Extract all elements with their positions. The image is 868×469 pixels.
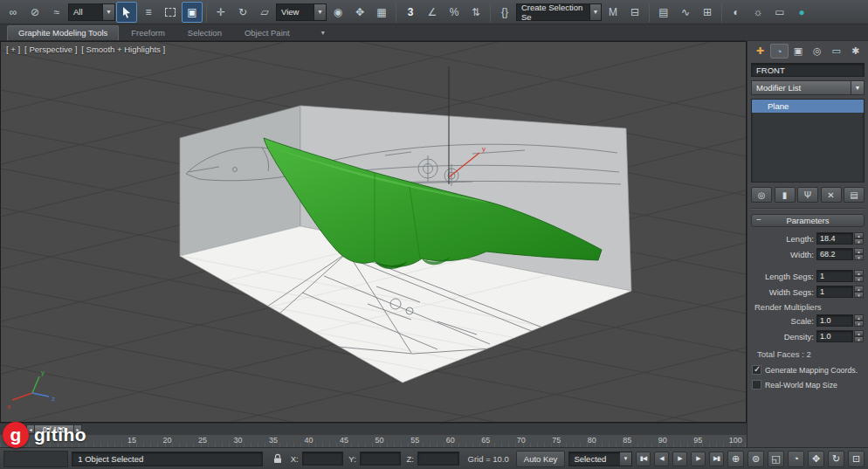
viewport-menu-pov[interactable]: [ Perspective ] <box>24 45 77 54</box>
use-pivot-center-icon[interactable]: ◉ <box>327 2 348 23</box>
render-setup-icon[interactable]: ☼ <box>747 2 768 23</box>
width-segs-field[interactable]: 1 <box>816 286 853 298</box>
select-and-move-icon[interactable]: ✛ <box>210 2 231 23</box>
scale-field[interactable]: 1.0 <box>816 314 853 327</box>
create-tab-icon[interactable]: ✚ <box>751 44 769 59</box>
x-coordinate-field[interactable] <box>302 452 344 466</box>
rendered-frame-window-icon[interactable]: ▭ <box>769 2 790 23</box>
align-icon[interactable]: ⊟ <box>624 2 645 23</box>
viewport-menu-shading[interactable]: [ Smooth + Highlights ] <box>81 45 165 54</box>
schematic-view-icon[interactable]: ⊞ <box>697 2 718 23</box>
select-object-button[interactable] <box>116 2 137 23</box>
tick-label: 30 <box>234 436 243 445</box>
track-bar[interactable]: 15 20 25 30 35 40 45 50 55 60 65 70 75 8… <box>0 434 747 447</box>
stack-item-plane[interactable]: Plane <box>752 100 864 113</box>
percent-snap-icon[interactable]: % <box>444 2 465 23</box>
pin-stack-icon[interactable]: ◎ <box>751 187 772 203</box>
maxscript-mini-listener[interactable] <box>3 451 68 467</box>
previous-frame-icon[interactable]: ◀ <box>654 452 669 466</box>
generate-mapping-coords-checkbox[interactable] <box>752 365 761 375</box>
configure-modifier-sets-icon[interactable]: ▤ <box>844 187 865 203</box>
select-and-link-icon[interactable]: ∞ <box>3 2 24 23</box>
make-unique-icon[interactable]: Ψ <box>797 187 818 203</box>
width-segs-spinner[interactable]: ▴▾ <box>854 286 864 298</box>
edit-named-selection-sets-icon[interactable]: {} <box>494 2 515 23</box>
chevron-down-icon[interactable]: ▼ <box>313 4 326 20</box>
select-and-manipulate-icon[interactable]: ✥ <box>349 2 370 23</box>
y-coordinate-field[interactable] <box>360 452 402 466</box>
layer-manager-icon[interactable]: ▤ <box>653 2 674 23</box>
show-end-result-icon[interactable]: ▮ <box>775 187 796 203</box>
unlink-selection-icon[interactable]: ⊘ <box>24 2 45 23</box>
select-and-rotate-icon[interactable]: ↻ <box>232 2 253 23</box>
zoom-all-icon[interactable]: ⊜ <box>747 451 764 467</box>
ribbon-minimize-icon[interactable]: ▾ <box>314 27 332 40</box>
selection-filter-dropdown[interactable]: All ▼ <box>68 3 115 21</box>
parameters-rollout-header[interactable]: − Parameters <box>751 214 865 227</box>
select-by-name-icon[interactable]: ≡ <box>138 2 159 23</box>
next-frame-icon[interactable]: ▶ <box>691 452 706 466</box>
chevron-down-icon[interactable]: ▼ <box>620 452 631 466</box>
angle-snap-icon[interactable]: ∠ <box>422 2 443 23</box>
viewport-canvas[interactable]: y x y z <box>1 42 746 422</box>
density-field[interactable]: 1.0 <box>816 330 853 342</box>
snaps-toggle-icon[interactable]: 3 <box>400 2 421 23</box>
svg-text:y: y <box>482 145 486 153</box>
utilities-tab-icon[interactable]: ✱ <box>846 44 865 59</box>
render-production-icon[interactable]: ● <box>791 2 812 23</box>
key-filter-dropdown[interactable]: Selected ▼ <box>568 452 632 466</box>
remove-modifier-icon[interactable]: ✕ <box>821 187 842 203</box>
window-crossing-toggle-icon[interactable]: ▣ <box>182 2 203 23</box>
tab-freeform[interactable]: Freeform <box>121 26 176 40</box>
keyboard-override-icon[interactable]: ▦ <box>371 2 392 23</box>
spinner-snap-icon[interactable]: ⇅ <box>465 2 486 23</box>
length-spinner[interactable]: ▴▾ <box>854 232 864 245</box>
field-of-view-icon[interactable]: ◔ <box>788 451 804 467</box>
selection-lock-icon[interactable] <box>270 451 285 466</box>
perspective-viewport[interactable]: [ + ] [ Perspective ] [ Smooth + Highlig… <box>0 41 747 423</box>
bind-to-space-warp-icon[interactable]: ≈ <box>46 2 67 23</box>
length-segs-spinner[interactable]: ▴▾ <box>854 270 864 282</box>
hierarchy-tab-icon[interactable]: ▣ <box>789 44 808 59</box>
named-selection-set-dropdown[interactable]: Create Selection Se ▼ <box>516 3 602 21</box>
modifier-stack[interactable]: Plane <box>751 99 865 183</box>
curve-editor-icon[interactable]: ∿ <box>675 2 696 23</box>
chevron-down-icon[interactable]: ▼ <box>851 81 864 94</box>
chevron-down-icon[interactable]: ▼ <box>102 4 114 20</box>
play-animation-icon[interactable]: ▶ <box>672 452 687 466</box>
z-coordinate-field[interactable] <box>417 452 459 466</box>
object-name-field[interactable]: FRONT <box>751 63 865 77</box>
material-editor-icon[interactable]: ◐ <box>726 2 747 23</box>
width-field[interactable]: 68.2 <box>816 248 853 260</box>
reference-coordinate-dropdown[interactable]: View ▼ <box>276 3 327 21</box>
tab-selection[interactable]: Selection <box>177 26 232 40</box>
auto-key-button[interactable]: Auto Key <box>516 451 566 467</box>
chevron-down-icon[interactable]: ▼ <box>589 4 601 20</box>
width-spinner[interactable]: ▴▾ <box>854 248 864 260</box>
mirror-icon[interactable]: M <box>603 2 623 23</box>
tab-graphite-modeling-tools[interactable]: Graphite Modeling Tools <box>7 25 119 40</box>
main-toolbar: ∞ ⊘ ≈ All ▼ ≡ ▣ ✛ ↻ ▱ View ▼ ◉ ✥ ▦ 3 ∠ %… <box>0 0 868 24</box>
length-segs-field[interactable]: 1 <box>816 270 853 282</box>
go-to-end-icon[interactable]: ▶▮ <box>709 452 724 466</box>
maximize-viewport-icon[interactable]: ⊡ <box>848 451 865 467</box>
orbit-icon[interactable]: ↻ <box>828 451 844 467</box>
zoom-icon[interactable]: ⊕ <box>727 451 744 467</box>
display-tab-icon[interactable]: ▭ <box>827 44 845 59</box>
pan-icon[interactable]: ✥ <box>808 451 824 467</box>
time-slider-track[interactable]: ◂ 0 / 100 ▸ <box>0 423 747 434</box>
select-and-scale-icon[interactable]: ▱ <box>254 2 275 23</box>
scale-spinner[interactable]: ▴▾ <box>854 314 864 327</box>
real-world-map-size-checkbox[interactable] <box>752 380 761 390</box>
motion-tab-icon[interactable]: ◎ <box>808 44 826 59</box>
modify-tab-icon[interactable]: ◔ <box>770 44 789 59</box>
go-to-start-icon[interactable]: ▮◀ <box>636 452 651 466</box>
density-spinner[interactable]: ▴▾ <box>854 330 864 342</box>
rectangular-selection-region-icon[interactable] <box>160 2 181 23</box>
command-panel-tabs: ✚ ◔ ▣ ◎ ▭ ✱ <box>750 43 865 61</box>
modifier-list-dropdown[interactable]: Modifier List ▼ <box>751 80 865 95</box>
length-field[interactable]: 18.4 <box>816 232 853 245</box>
zoom-extents-icon[interactable]: ◱ <box>768 451 784 467</box>
tab-object-paint[interactable]: Object Paint <box>234 26 300 40</box>
viewport-menu-general[interactable]: [ + ] <box>6 45 20 54</box>
